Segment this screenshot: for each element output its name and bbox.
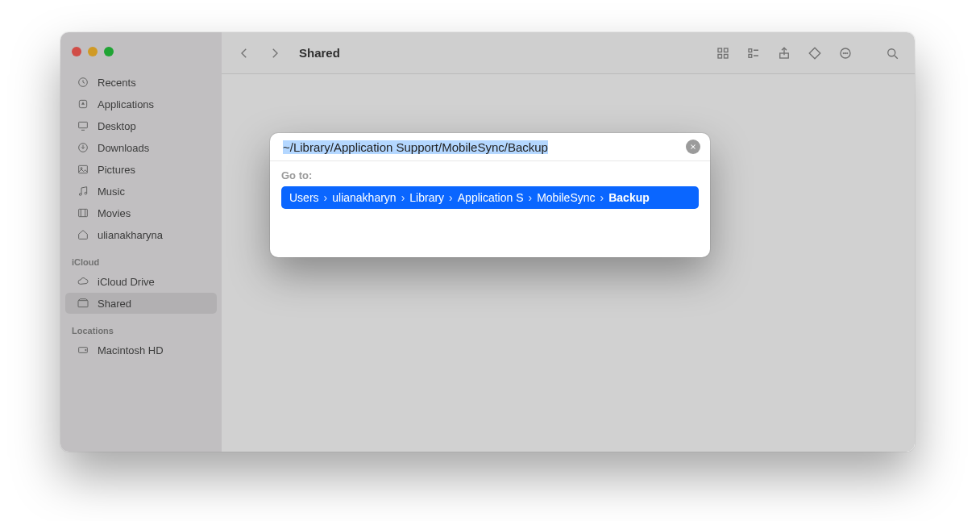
path-crumb: Library bbox=[409, 191, 444, 204]
svg-rect-21 bbox=[749, 54, 752, 57]
home-icon bbox=[77, 228, 89, 241]
sidebar-item-macintosh-hd[interactable]: Macintosh HD bbox=[65, 340, 217, 361]
svg-rect-13 bbox=[78, 301, 88, 307]
sidebar: RecentsApplicationsDesktopDownloadsPictu… bbox=[60, 32, 222, 452]
app-icon bbox=[77, 98, 89, 110]
svg-point-15 bbox=[85, 349, 86, 350]
go-to-path-input[interactable]: ~/Library/Application Support/MobileSync… bbox=[283, 140, 686, 154]
path-crumb: Backup bbox=[608, 191, 650, 204]
download-icon bbox=[77, 141, 89, 154]
svg-rect-2 bbox=[79, 122, 88, 127]
forward-button[interactable] bbox=[264, 42, 286, 65]
sidebar-item-label: Desktop bbox=[98, 120, 136, 132]
view-mode-button[interactable] bbox=[712, 42, 734, 65]
clear-input-button[interactable] bbox=[686, 140, 700, 154]
shared-icon bbox=[77, 297, 89, 310]
sidebar-item-label: Movies bbox=[98, 207, 131, 219]
disk-icon bbox=[77, 344, 89, 356]
sidebar-item-music[interactable]: Music bbox=[65, 181, 217, 202]
sidebar-item-label: Macintosh HD bbox=[98, 344, 164, 356]
path-crumb: Users bbox=[289, 191, 319, 204]
maximize-window-button[interactable] bbox=[104, 47, 114, 56]
path-crumb: ulianakharyn bbox=[332, 191, 396, 204]
sidebar-item-movies[interactable]: Movies bbox=[65, 202, 217, 223]
share-button[interactable] bbox=[773, 42, 795, 65]
svg-point-26 bbox=[843, 52, 844, 53]
svg-point-9 bbox=[85, 192, 87, 194]
cloud-icon bbox=[77, 275, 89, 288]
desktop-icon bbox=[77, 119, 89, 132]
chevron-right-icon: › bbox=[449, 191, 453, 204]
tags-button[interactable] bbox=[804, 42, 826, 65]
sidebar-item-label: Downloads bbox=[98, 142, 149, 154]
sidebar-item-applications[interactable]: Applications bbox=[65, 94, 217, 115]
image-icon bbox=[77, 163, 89, 176]
sidebar-item-home[interactable]: ulianakharyna bbox=[65, 224, 217, 245]
group-by-button[interactable] bbox=[742, 42, 765, 65]
sidebar-group-icloud: iCloud bbox=[60, 246, 222, 270]
sidebar-item-label: Music bbox=[98, 185, 125, 198]
film-icon bbox=[77, 206, 89, 219]
go-to-suggestion[interactable]: Users›ulianakharyn›Library›Application S… bbox=[281, 186, 699, 209]
chevron-right-icon: › bbox=[401, 191, 405, 204]
sidebar-item-pictures[interactable]: Pictures bbox=[65, 159, 217, 180]
path-crumb: MobileSync bbox=[537, 191, 595, 204]
svg-line-30 bbox=[895, 56, 898, 59]
svg-point-8 bbox=[79, 194, 81, 196]
folder-title: Shared bbox=[299, 46, 340, 60]
back-button[interactable] bbox=[233, 42, 255, 65]
svg-point-29 bbox=[888, 48, 895, 56]
svg-rect-18 bbox=[718, 54, 722, 58]
sidebar-item-label: Applications bbox=[98, 98, 154, 110]
go-to-label: Go to: bbox=[281, 169, 699, 181]
svg-rect-20 bbox=[749, 48, 752, 52]
music-icon bbox=[77, 185, 89, 198]
sidebar-item-desktop[interactable]: Desktop bbox=[65, 115, 217, 136]
chevron-right-icon: › bbox=[528, 191, 532, 204]
close-window-button[interactable] bbox=[72, 47, 81, 56]
sidebar-item-label: ulianakharyna bbox=[98, 229, 163, 241]
toolbar: Shared bbox=[222, 32, 915, 74]
svg-rect-17 bbox=[725, 48, 729, 52]
chevron-right-icon: › bbox=[324, 191, 328, 204]
sidebar-item-label: Recents bbox=[98, 77, 136, 89]
svg-point-28 bbox=[847, 52, 848, 53]
svg-rect-16 bbox=[718, 48, 722, 52]
svg-rect-6 bbox=[79, 165, 88, 173]
go-to-folder-dialog: ~/Library/Application Support/MobileSync… bbox=[270, 133, 710, 257]
svg-point-27 bbox=[845, 52, 846, 53]
sidebar-item-label: Pictures bbox=[98, 164, 135, 176]
sidebar-item-label: Shared bbox=[98, 298, 131, 310]
sidebar-item-icloud-drive[interactable]: iCloud Drive bbox=[65, 271, 217, 292]
clock-icon bbox=[77, 76, 89, 89]
sidebar-item-recents[interactable]: Recents bbox=[65, 72, 217, 93]
svg-rect-10 bbox=[79, 209, 88, 216]
chevron-right-icon: › bbox=[600, 191, 604, 204]
sidebar-item-label: iCloud Drive bbox=[98, 276, 155, 288]
minimize-window-button[interactable] bbox=[88, 47, 98, 56]
go-to-input-row: ~/Library/Application Support/MobileSync… bbox=[270, 133, 710, 161]
svg-rect-19 bbox=[725, 54, 729, 58]
sidebar-item-downloads[interactable]: Downloads bbox=[65, 137, 217, 158]
sidebar-item-shared[interactable]: Shared bbox=[65, 293, 217, 314]
search-button[interactable] bbox=[881, 42, 903, 65]
folder-content[interactable] bbox=[222, 74, 915, 452]
more-button[interactable] bbox=[834, 42, 857, 65]
sidebar-group-locations: Locations bbox=[60, 315, 222, 339]
window-controls bbox=[60, 40, 222, 71]
path-crumb: Application S bbox=[458, 191, 524, 204]
